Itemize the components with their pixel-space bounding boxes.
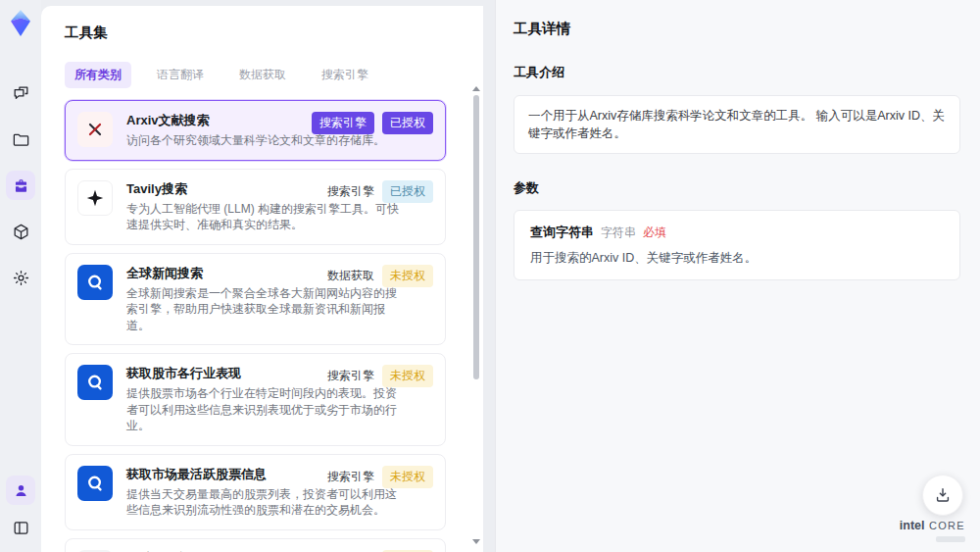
param-name: 查询字符串 — [530, 224, 594, 241]
cube-icon[interactable] — [6, 217, 35, 246]
param-required-badge: 必填 — [643, 225, 666, 241]
tavily-star-icon — [84, 187, 106, 209]
tool-auth-badge: 已授权 — [382, 180, 433, 203]
tool-card[interactable]: Tavily搜索 专为人工智能代理 (LLM) 构建的搜索引擎工具。可快速提供实… — [65, 169, 446, 245]
page-title: 工具集 — [65, 24, 460, 42]
tool-details-panel: 工具详情 工具介绍 一个用于从Arxiv存储库搜索科学论文和文章的工具。 输入可… — [495, 0, 980, 552]
tool-category-badge: 数据获取 — [327, 268, 374, 284]
param-type: 字符串 — [601, 225, 636, 241]
tool-card[interactable]: 获取市场最活跃股票信息 提供当天交易量最高的股票列表，投资者可以利用这些信息来识… — [65, 454, 446, 530]
tool-badges: 搜索引擎 已授权 — [327, 180, 433, 203]
settings-gear-icon[interactable] — [6, 263, 35, 292]
tool-description: 专为人工智能代理 (LLM) 构建的搜索引擎工具。可快速提供实时、准确和真实的结… — [126, 201, 403, 233]
tool-category-badge: 搜索引擎 — [327, 183, 374, 200]
tool-badges: 数据获取 未授权 — [327, 265, 433, 287]
tool-auth-badge: 未授权 — [382, 265, 433, 287]
quark-search-icon — [84, 473, 106, 494]
sidebar-nav — [6, 78, 35, 292]
tool-badges: 搜索引擎 已授权 — [312, 112, 433, 134]
tool-card[interactable]: Arxiv文献搜索 访问各个研究领域大量科学论文和文章的存储库。 搜索引擎 已授… — [65, 100, 446, 161]
param-box: 查询字符串 字符串 必填 用于搜索的Arxiv ID、关键字或作者姓名。 — [514, 210, 960, 280]
app-logo-icon — [5, 8, 36, 39]
scrollbar-thumb[interactable] — [473, 95, 479, 379]
tool-auth-badge: 已授权 — [382, 112, 433, 134]
intro-heading: 工具介绍 — [514, 64, 960, 81]
tab-所有类别[interactable]: 所有类别 — [65, 62, 131, 88]
tool-auth-badge: 未授权 — [382, 466, 433, 488]
tab-数据获取[interactable]: 数据获取 — [229, 62, 296, 88]
user-icon[interactable] — [6, 476, 35, 505]
tool-app-icon — [77, 265, 113, 300]
tool-category-badge: 搜索引擎 — [312, 112, 374, 134]
tool-description: 访问各个研究领域大量科学论文和文章的存储库。 — [126, 132, 403, 149]
tool-description: 提供股票市场各个行业在特定时间段内的表现。投资者可以利用这些信息来识别表现优于或… — [126, 385, 403, 434]
scrollbar-up-arrow-icon[interactable] — [472, 86, 480, 91]
tool-list: Arxiv文献搜索 访问各个研究领域大量科学论文和文章的存储库。 搜索引擎 已授… — [65, 100, 460, 552]
tool-list-panel: 工具集 所有类别语言翻译数据获取搜索引擎 Arxiv文献搜索 访问各个研究领域大… — [41, 6, 483, 552]
tool-app-icon — [77, 112, 113, 147]
tool-category-badge: 搜索引擎 — [327, 469, 374, 485]
intro-text: 一个用于从Arxiv存储库搜索科学论文和文章的工具。 输入可以是Arxiv ID… — [528, 109, 945, 140]
tool-app-icon — [77, 365, 113, 400]
sidebar — [0, 0, 41, 552]
quark-search-icon — [84, 272, 106, 293]
toolbox-icon[interactable] — [6, 171, 35, 200]
quark-search-icon — [84, 372, 106, 393]
tool-category-badge: 搜索引擎 — [327, 368, 374, 384]
tool-auth-badge: 未授权 — [382, 365, 433, 387]
tool-description: 提供当天交易量最高的股票列表，投资者可以利用这些信息来识别流动性强的股票和潜在的… — [126, 486, 403, 519]
param-description: 用于搜索的Arxiv ID、关键字或作者姓名。 — [530, 250, 944, 267]
tool-badges: 搜索引擎 未授权 — [327, 466, 433, 488]
tool-description: 全球新闻搜索是一个聚合全球各大新闻网站内容的搜索引擎，帮助用户快速获取全球最新资… — [126, 285, 403, 334]
download-button[interactable] — [922, 475, 963, 516]
tool-card[interactable]: 获取股市各行业表现 提供股票市场各个行业在特定时间段内的表现。投资者可以利用这些… — [65, 353, 446, 446]
core-brand-text: core — [929, 520, 965, 531]
details-title: 工具详情 — [514, 20, 960, 38]
tool-card[interactable]: 全球新闻搜索 全球新闻搜索是一个聚合全球各大新闻网站内容的搜索引擎，帮助用户快速… — [65, 253, 446, 346]
intro-box: 一个用于从Arxiv存储库搜索科学论文和文章的工具。 输入可以是Arxiv ID… — [514, 95, 960, 154]
arxiv-x-icon — [84, 119, 106, 140]
intel-brand-text: intel — [900, 519, 925, 532]
tool-app-icon — [77, 180, 113, 216]
panel-layout-icon[interactable] — [6, 513, 35, 542]
download-icon — [933, 485, 953, 505]
scrollbar-down-arrow-icon[interactable] — [472, 539, 480, 544]
tool-app-icon — [77, 466, 113, 501]
params-heading: 参数 — [514, 179, 960, 197]
sidebar-bottom — [6, 476, 35, 542]
tool-card[interactable]: 万维地区新闻查询 查询具体行政区划内的新闻，快速了解各地新闻动 搜索引擎 未授权 — [65, 538, 446, 552]
tab-语言翻译[interactable]: 语言翻译 — [147, 62, 214, 88]
folder-icon[interactable] — [6, 125, 35, 154]
list-scrollbar[interactable] — [472, 86, 480, 544]
tab-搜索引擎[interactable]: 搜索引擎 — [312, 62, 378, 88]
app-root: 工具集 所有类别语言翻译数据获取搜索引擎 Arxiv文献搜索 访问各个研究领域大… — [0, 0, 980, 552]
tool-badges: 搜索引擎 未授权 — [327, 365, 433, 387]
category-tabs: 所有类别语言翻译数据获取搜索引擎 — [65, 62, 460, 88]
chat-icon[interactable] — [6, 78, 35, 108]
intel-core-logo: intel core — [900, 519, 965, 543]
core-ultra-mark — [936, 536, 965, 542]
